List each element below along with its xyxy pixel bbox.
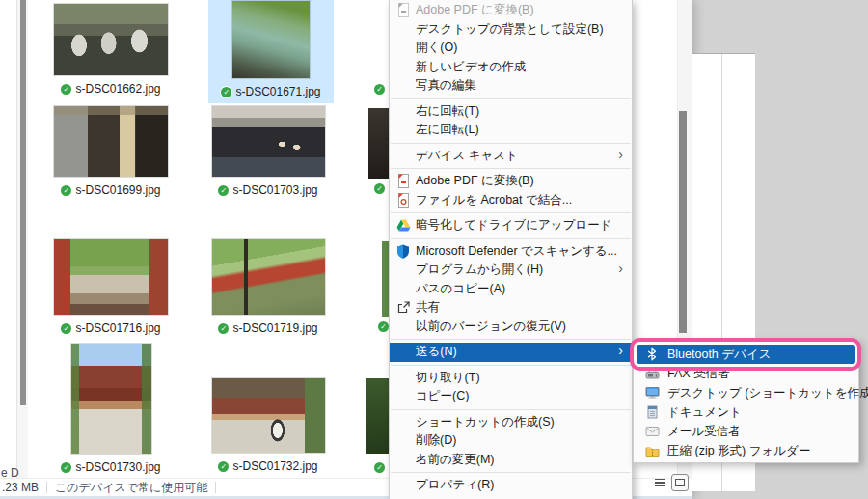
file-name: s-DSC01662.jpg (75, 82, 160, 96)
menu-item-edit-photo[interactable]: 写真の編集 (390, 76, 632, 96)
google-drive-icon (395, 218, 411, 234)
sync-check-icon: ✓ (374, 462, 385, 473)
menu-item-encrypt-upload-drive[interactable]: 暗号化してドライブにアップロード (390, 216, 632, 236)
photo-thumbnail[interactable] (54, 239, 168, 315)
zip-folder-icon (644, 443, 660, 458)
file-name: s-DSC01703.jpg (232, 183, 317, 197)
sync-check-icon: ✓ (218, 185, 229, 196)
status-separator (46, 482, 47, 493)
sync-check-icon: ✓ (61, 84, 71, 95)
file-name: s-DSC01719.jpg (232, 321, 317, 335)
menu-separator (391, 98, 631, 99)
status-availability: このデバイスで常に使用可能 (55, 480, 207, 496)
sync-check-icon: ✓ (221, 87, 231, 97)
navigation-pane-sliver: e D (0, 0, 29, 478)
menu-separator (391, 143, 631, 144)
documents-icon (644, 404, 660, 420)
menu-separator (391, 409, 631, 410)
photo-thumbnail[interactable] (54, 106, 168, 177)
list-view-button[interactable] (652, 475, 668, 491)
annotation-highlight-box (630, 338, 861, 371)
content-scrollbar-thumb[interactable] (679, 111, 687, 333)
menu-item-set-desktop-background[interactable]: デスクトップの背景として設定(B) (390, 20, 632, 40)
menu-item-open-with[interactable]: プログラムから開く(H) › (390, 261, 632, 280)
sync-check-icon: ✓ (61, 462, 71, 473)
menu-item-adobe-pdf-convert[interactable]: Adobe PDF に変換(B) (390, 172, 632, 191)
menu-item-restore-previous-versions[interactable]: 以前のバージョンの復元(V) (390, 318, 632, 337)
menu-separator (391, 212, 631, 213)
menu-item-send-to[interactable]: 送る(N) › (390, 343, 632, 362)
share-icon (395, 300, 411, 316)
submenu-arrow-icon: › (618, 342, 623, 361)
file-tile[interactable]: ✓ s-DSC01703.jpg (203, 106, 334, 197)
menu-item-cut[interactable]: 切り取り(T) (390, 369, 632, 388)
menu-separator (391, 472, 631, 473)
menu-item-rename[interactable]: 名前の変更(M) (390, 451, 632, 470)
file-tile[interactable]: ✓ s-DSC01730.jpg (45, 344, 176, 474)
menu-item-scan-with-defender[interactable]: Microsoft Defender でスキャンする... (390, 242, 632, 262)
sync-check-icon: ✓ (218, 461, 229, 472)
file-name: s-DSC01699.jpg (75, 183, 160, 197)
menu-item-open[interactable]: 開く(O) (390, 39, 632, 58)
status-size: .23 MB (2, 481, 39, 494)
menu-item-copy[interactable]: コピー(C) (390, 387, 632, 406)
menu-item-create-new-video[interactable]: 新しいビデオの作成 (390, 58, 632, 77)
submenu-item-mail-recipient[interactable]: メール受信者 (637, 422, 855, 441)
sync-check-icon: ✓ (374, 183, 385, 194)
partial-thumbnail[interactable] (368, 108, 389, 179)
file-tile[interactable]: ✓ s-DSC01699.jpg (45, 106, 176, 197)
acrobat-combine-icon (395, 192, 411, 208)
file-name: s-DSC01730.jpg (75, 460, 160, 474)
menu-item-create-shortcut[interactable]: ショートカットの作成(S) (390, 413, 632, 432)
menu-item-copy-path[interactable]: パスのコピー(A) (390, 280, 632, 299)
menu-separator (391, 168, 631, 169)
menu-item-rotate-right[interactable]: 右に回転(T) (390, 102, 632, 122)
partial-thumbnail[interactable] (382, 241, 389, 317)
sync-check-icon: ✓ (378, 321, 389, 332)
photo-thumbnail[interactable] (232, 1, 310, 78)
context-menu: Adobe PDF に変換(B) デスクトップの背景として設定(B) 開く(O)… (389, 0, 633, 499)
menu-separator (391, 238, 631, 239)
file-tile[interactable]: ✓ s-DSC01732.jpg (203, 378, 334, 473)
status-separator (215, 482, 216, 493)
submenu-item-desktop-shortcut[interactable]: デスクトップ (ショートカットを作成) (637, 383, 855, 402)
photo-thumbnail[interactable] (71, 344, 151, 454)
submenu-item-zip-folder[interactable]: 圧縮 (zip 形式) フォルダー (637, 441, 855, 460)
desktop-icon (644, 385, 660, 401)
large-icons-view-button[interactable] (671, 474, 689, 491)
photo-thumbnail[interactable] (54, 4, 168, 75)
file-name: s-DSC01671.jpg (235, 85, 320, 98)
submenu-arrow-icon: › (618, 260, 623, 279)
adobe-pdf-icon (395, 174, 411, 189)
mail-icon (644, 424, 660, 439)
menu-item-rotate-left[interactable]: 左に回転(L) (390, 121, 632, 140)
file-name: s-DSC01716.jpg (75, 321, 160, 335)
menu-item-share[interactable]: 共有 (390, 298, 632, 318)
menu-item-combine-in-acrobat[interactable]: ファイルを Acrobat で結合... (390, 191, 632, 210)
menu-separator (391, 339, 631, 340)
file-name: s-DSC01732.jpg (232, 459, 317, 473)
file-tile[interactable]: ✓ s-DSC01716.jpg (45, 239, 176, 335)
defender-shield-icon (395, 243, 411, 259)
menu-item-adobe-pdf-convert-top[interactable]: Adobe PDF に変換(B) (390, 1, 632, 20)
file-tile-selected[interactable]: ✓ s-DSC01671.jpg (205, 1, 337, 98)
nav-scrollbar-thumb[interactable] (20, 0, 26, 405)
menu-separator (391, 365, 631, 366)
file-tile[interactable]: ✓ s-DSC01662.jpg (45, 4, 176, 96)
file-tile[interactable]: ✓ s-DSC01719.jpg (203, 239, 334, 335)
submenu-item-documents[interactable]: ドキュメント (637, 402, 855, 422)
photo-thumbnail[interactable] (212, 239, 325, 315)
photo-thumbnail[interactable] (212, 378, 325, 453)
sync-check-icon: ✓ (218, 323, 229, 334)
menu-item-properties[interactable]: プロパティ(R) (390, 476, 632, 495)
sync-check-icon: ✓ (61, 323, 71, 334)
sync-check-icon: ✓ (374, 84, 385, 95)
view-toggles (652, 474, 689, 491)
partial-thumbnail[interactable] (366, 378, 389, 454)
menu-item-delete[interactable]: 削除(D) (390, 431, 632, 451)
menu-item-cast-to-device[interactable]: デバイス キャスト › (390, 147, 632, 166)
photo-thumbnail[interactable] (212, 106, 325, 177)
submenu-arrow-icon: › (618, 146, 623, 165)
adobe-pdf-icon (395, 3, 411, 18)
sync-check-icon: ✓ (61, 185, 71, 196)
